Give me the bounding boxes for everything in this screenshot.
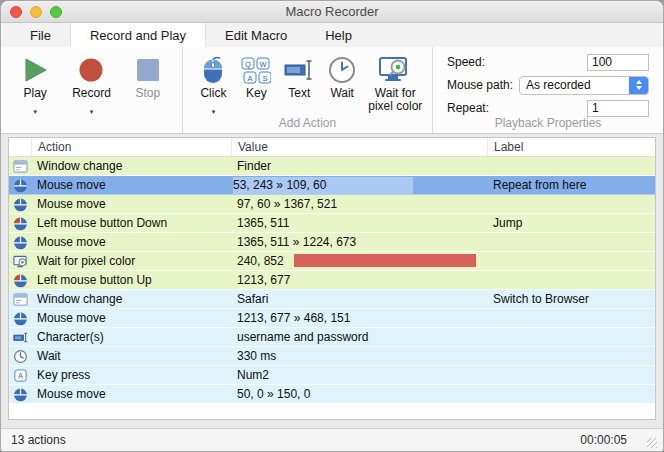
table-row[interactable]: Mouse move1213, 677 » 468, 151 <box>9 309 655 328</box>
color-swatch <box>294 254 476 267</box>
macro-recorder-window: Macro Recorder File Record and Play Edit… <box>0 0 664 452</box>
action-cell: Left mouse button Down <box>31 214 231 232</box>
wait-for-pixel-color-button[interactable]: Wait for pixel color <box>365 54 426 113</box>
label-cell: Repeat from here <box>487 176 655 194</box>
record-button[interactable]: Record <box>67 54 115 109</box>
table-row[interactable]: Wait for pixel color240, 852 <box>9 252 655 271</box>
value-cell: Safari <box>231 290 487 308</box>
duration: 00:00:05 <box>580 433 627 447</box>
click-button[interactable]: Click <box>193 54 234 109</box>
mouse-left-up-icon <box>9 271 31 289</box>
value-cell: 1365, 511 <box>231 214 487 232</box>
mouse-icon <box>9 385 31 403</box>
label-cell <box>487 366 655 384</box>
stop-icon <box>134 54 162 86</box>
table-row[interactable]: Left mouse button Down1365, 511Jump <box>9 214 655 233</box>
play-button[interactable]: Play <box>11 54 59 109</box>
table-body: Window changeFinderMouse move53, 243 » 1… <box>9 157 655 404</box>
table-row[interactable]: Mouse move97, 60 » 1367, 521 <box>9 195 655 214</box>
action-column-header[interactable]: Action <box>31 138 231 156</box>
label-cell <box>487 271 655 289</box>
svg-text:A: A <box>248 73 253 82</box>
playback-properties-group-label: Playback Properties <box>433 116 663 130</box>
action-cell: Mouse move <box>31 233 231 251</box>
resize-grip-icon[interactable] <box>647 438 657 448</box>
table-row[interactable]: Left mouse button Up1213, 677 <box>9 271 655 290</box>
text-field-icon <box>284 54 314 86</box>
select-stepper-icon[interactable] <box>629 77 648 94</box>
svg-text:S: S <box>263 73 268 82</box>
value-column-header[interactable]: Value <box>231 138 487 156</box>
value-cell: 50, 0 » 150, 0 <box>231 385 487 403</box>
label-cell: Jump <box>487 214 655 232</box>
status-bar: 13 actions 00:00:05 <box>1 428 663 451</box>
action-cell: Left mouse button Up <box>31 271 231 289</box>
record-icon <box>77 54 105 86</box>
table-row[interactable]: Character(s)username and password <box>9 328 655 347</box>
label-cell <box>487 347 655 365</box>
speed-input[interactable] <box>587 54 649 71</box>
window-change-icon <box>9 290 31 308</box>
action-cell: Wait <box>31 347 231 365</box>
mouse-icon <box>9 176 31 194</box>
repeat-input[interactable] <box>587 100 649 117</box>
tab-record-and-play[interactable]: Record and Play <box>70 23 206 47</box>
toolbar-ribbon: Play Record Stop <box>1 47 663 134</box>
play-icon <box>21 54 49 86</box>
play-dropdown-caret[interactable] <box>32 100 38 109</box>
table-row[interactable]: AKey pressNum2 <box>9 366 655 385</box>
stop-button[interactable]: Stop <box>124 54 172 100</box>
tab-help[interactable]: Help <box>306 23 371 47</box>
action-cell: Mouse move <box>31 385 231 403</box>
value-cell: 53, 243 » 109, 60 <box>231 176 487 194</box>
mouse-icon <box>9 195 31 213</box>
tab-file[interactable]: File <box>11 23 70 47</box>
value-cell: 97, 60 » 1367, 521 <box>231 195 487 213</box>
close-button[interactable] <box>10 6 22 18</box>
value-cell: Finder <box>231 157 487 175</box>
window-change-icon <box>9 157 31 175</box>
action-cell: Mouse move <box>31 195 231 213</box>
svg-text:W: W <box>260 59 268 68</box>
clock-icon <box>9 347 31 365</box>
label-cell <box>487 328 655 346</box>
action-cell: Wait for pixel color <box>31 252 231 270</box>
record-dropdown-caret[interactable] <box>89 100 95 109</box>
table-row[interactable]: Wait330 ms <box>9 347 655 366</box>
zoom-button[interactable] <box>50 6 62 18</box>
table-row[interactable]: Mouse move53, 243 » 109, 60Repeat from h… <box>9 176 655 195</box>
minimize-button[interactable] <box>30 6 42 18</box>
mouse-click-icon <box>199 54 227 86</box>
table-row[interactable]: Mouse move50, 0 » 150, 0 <box>9 385 655 404</box>
table-row[interactable]: Window changeSafariSwitch to Browser <box>9 290 655 309</box>
value-cell: 1365, 511 » 1224, 673 <box>231 233 487 251</box>
mouse-path-select[interactable]: As recorded <box>519 76 649 95</box>
svg-text:Q: Q <box>245 59 251 68</box>
mouse-icon <box>9 309 31 327</box>
label-cell: Switch to Browser <box>487 290 655 308</box>
click-dropdown-caret[interactable] <box>210 100 216 109</box>
title-bar: Macro Recorder <box>1 1 663 23</box>
menu-bar: File Record and Play Edit Macro Help <box>1 23 663 47</box>
pixel-color-icon <box>9 252 31 270</box>
label-cell <box>487 157 655 175</box>
playback-properties-group: Speed: Mouse path: As recorded Repeat: P… <box>432 47 663 133</box>
key-button[interactable]: Q W A S Key <box>236 54 277 100</box>
wait-button[interactable]: Wait <box>322 54 363 100</box>
repeat-label: Repeat: <box>447 101 489 115</box>
text-button[interactable]: Text <box>279 54 320 100</box>
mouse-left-down-icon <box>9 214 31 232</box>
mouse-icon <box>9 233 31 251</box>
table-row[interactable]: Mouse move1365, 511 » 1224, 673 <box>9 233 655 252</box>
svg-text:A: A <box>18 371 23 380</box>
label-column-header[interactable]: Label <box>487 138 655 156</box>
value-cell: 330 ms <box>231 347 487 365</box>
label-cell <box>487 385 655 403</box>
action-cell: Window change <box>31 290 231 308</box>
value-cell: Num2 <box>231 366 487 384</box>
label-cell <box>487 195 655 213</box>
playback-buttons-group: Play Record Stop <box>1 47 182 133</box>
tab-edit-macro[interactable]: Edit Macro <box>206 23 306 47</box>
macro-steps-area: Action Value Label Window changeFinderMo… <box>1 134 663 428</box>
table-row[interactable]: Window changeFinder <box>9 157 655 176</box>
